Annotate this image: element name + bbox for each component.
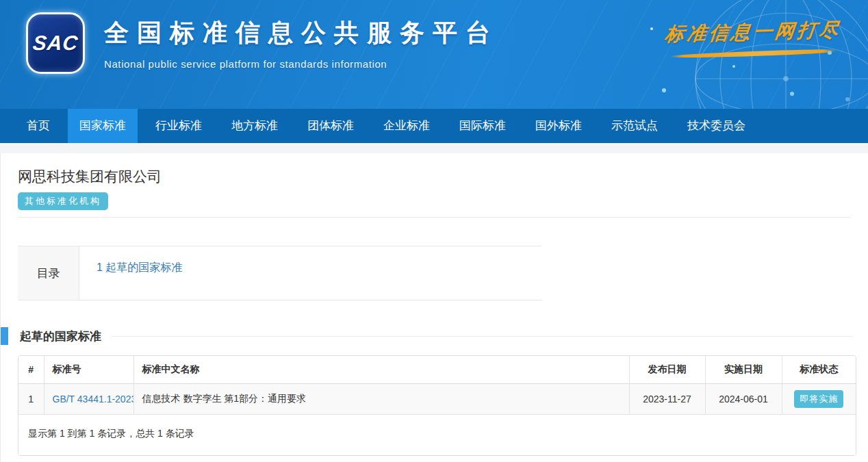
section-header: 起草的国家标准: [1, 327, 868, 345]
col-header-status: 标准状态: [782, 356, 856, 383]
status-badge: 即将实施: [794, 390, 843, 408]
nav-list: 首页 国家标准 行业标准 地方标准 团体标准 企业标准 国际标准 国外标准 示范…: [0, 109, 868, 143]
nav-item-home[interactable]: 首页: [15, 109, 62, 143]
section-title: 起草的国家标准: [20, 329, 101, 344]
table-row: 1 GB/T 43441.1-2023 信息技术 数字孪生 第1部分：通用要求 …: [18, 383, 856, 414]
nav-item-enterprise-standards[interactable]: 企业标准: [372, 109, 442, 143]
standards-table: # 标准号 标准中文名称 发布日期 实施日期 标准状态 1 GB/T 43441…: [18, 356, 856, 415]
nav-item-local-standards[interactable]: 地方标准: [220, 109, 290, 143]
implement-date-cell: 2024-06-01: [705, 383, 782, 414]
divider-strip: [0, 143, 868, 153]
content-panel: 网思科技集团有限公司 其他标准化机构 目录 1 起草的国家标准 起草的国家标准 …: [0, 153, 868, 462]
nav-item-international-standards[interactable]: 国际标准: [448, 109, 518, 143]
col-header-index: #: [18, 356, 44, 383]
table-header-row: # 标准号 标准中文名称 发布日期 实施日期 标准状态: [18, 356, 856, 383]
site-header: SAC 全国标准信息公共服务平台 National public service…: [0, 0, 868, 109]
publish-date-cell: 2023-11-27: [629, 383, 705, 414]
nav-item-pilot-demo[interactable]: 示范试点: [600, 109, 669, 143]
section-divider-line: [112, 336, 852, 337]
catalog-box: 目录 1 起草的国家标准: [18, 246, 541, 300]
org-name: 网思科技集团有限公司: [18, 167, 868, 186]
row-index: 1: [18, 383, 44, 414]
nav-item-technical-committee[interactable]: 技术委员会: [676, 109, 757, 143]
col-header-implement-date: 实施日期: [705, 356, 782, 383]
standard-code-cell: GB/T 43441.1-2023: [44, 383, 133, 414]
sac-logo-text: SAC: [31, 31, 79, 55]
section-accent-bar: [1, 327, 8, 345]
sparkle-dots-icon: [650, 27, 653, 30]
nav-item-group-standards[interactable]: 团体标准: [296, 109, 366, 143]
standard-code-link[interactable]: GB/T 43441.1-2023: [53, 394, 134, 405]
catalog-label: 目录: [18, 246, 79, 300]
nav-item-foreign-standards[interactable]: 国外标准: [524, 109, 593, 143]
slogan-text: 标准信息一网打尽: [663, 17, 842, 48]
standard-name-cell: 信息技术 数字孪生 第1部分：通用要求: [133, 383, 629, 414]
col-header-standard-code: 标准号: [44, 356, 133, 383]
col-header-chinese-name: 标准中文名称: [133, 356, 629, 383]
page: SAC 全国标准信息公共服务平台 National public service…: [0, 0, 868, 462]
status-cell: 即将实施: [782, 383, 856, 414]
org-type-badge: 其他标准化机构: [18, 192, 108, 210]
catalog-link-drafted-national-standards[interactable]: 1 起草的国家标准: [97, 261, 182, 273]
standards-table-container: # 标准号 标准中文名称 发布日期 实施日期 标准状态 1 GB/T 43441…: [18, 355, 856, 456]
catalog-links: 1 起草的国家标准: [79, 246, 541, 300]
records-summary: 显示第 1 到第 1 条记录，总共 1 条记录: [18, 415, 856, 455]
org-divider: [18, 217, 851, 218]
nav-item-industry-standards[interactable]: 行业标准: [144, 109, 214, 143]
main-nav: 首页 国家标准 行业标准 地方标准 团体标准 企业标准 国际标准 国外标准 示范…: [0, 109, 868, 143]
site-title: 全国标准信息公共服务平台: [104, 16, 498, 50]
col-header-publish-date: 发布日期: [629, 356, 705, 383]
nav-item-national-standards[interactable]: 国家标准: [68, 109, 138, 143]
site-subtitle: National public service platform for sta…: [104, 58, 498, 70]
site-title-block: 全国标准信息公共服务平台 National public service pla…: [104, 16, 498, 70]
sac-logo[interactable]: SAC: [26, 12, 85, 74]
slogan: 标准信息一网打尽: [665, 19, 841, 56]
